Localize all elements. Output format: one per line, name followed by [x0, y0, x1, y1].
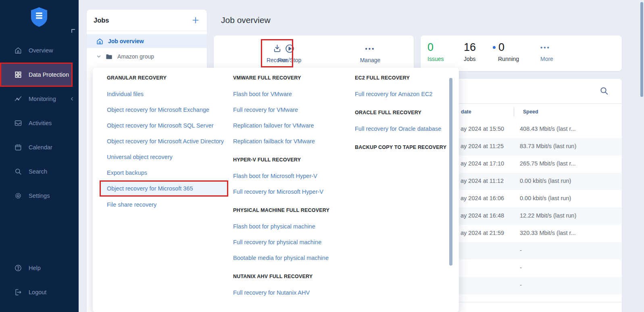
sidebar-collapse-corner-icon[interactable]	[71, 29, 75, 33]
cell-date: ay 2024 at 11:12	[461, 178, 504, 184]
stat-more-button[interactable]: ••• More	[540, 41, 553, 62]
cell-speed: 265.75 Mbit/s (last r...	[520, 160, 576, 167]
menu-section-title: NUTANIX AHV FULL RECOVERY	[233, 268, 354, 285]
sidebar-item-overview[interactable]: Overview	[0, 38, 79, 63]
stat-running[interactable]: 0 Running	[493, 41, 519, 62]
jobs-tree: Job overview Amazon group	[87, 31, 207, 63]
sidebar-item-data-protection[interactable]: Data Protection	[0, 63, 73, 87]
menu-item-bootable-media-physical[interactable]: Bootable media for physical machine	[233, 250, 354, 266]
search-icon	[14, 168, 23, 176]
sidebar-item-label: Monitoring	[29, 96, 56, 102]
chevron-down-icon[interactable]	[96, 54, 102, 59]
recover-label: Recover	[267, 57, 288, 63]
menu-item-replication-failover-vmware[interactable]: Replication failover for VMware	[233, 117, 354, 133]
recover-dropdown-menu: GRANULAR RECOVERY Individual files Objec…	[93, 68, 459, 312]
issues-value: 0	[427, 41, 444, 54]
home-icon	[96, 38, 104, 45]
recover-menu-column-1: GRANULAR RECOVERY Individual files Objec…	[107, 68, 240, 215]
menu-item-export-backups[interactable]: Export backups	[107, 165, 240, 180]
column-divider	[514, 108, 514, 117]
menu-item-full-recovery-ec2[interactable]: Full recovery for Amazon EC2	[355, 86, 456, 102]
sidebar-footer: Help Logout	[0, 256, 79, 304]
toolbar-card: Run/Stop Recover ••• Manage	[214, 36, 414, 71]
menu-item-individual-files[interactable]: Individual files	[107, 86, 240, 102]
menu-item-object-recovery-sql[interactable]: Object recovery for Microsoft SQL Server	[107, 117, 240, 133]
menu-section-title: GRANULAR RECOVERY	[107, 70, 240, 86]
ellipsis-icon: •••	[365, 44, 375, 54]
stat-jobs[interactable]: 16 Jobs	[464, 41, 476, 62]
ellipsis-icon: •••	[540, 41, 553, 54]
jobs-panel-title: Jobs	[94, 17, 109, 24]
issues-label: Issues	[427, 56, 444, 62]
running-dot-icon	[493, 46, 496, 49]
menu-item-flash-boot-physical[interactable]: Flash boot for physical machine	[233, 218, 354, 234]
sidebar-item-search[interactable]: Search	[0, 159, 79, 184]
menu-item-full-recovery-nutanix[interactable]: Full recovery for Nutanix AHV	[233, 285, 354, 300]
jobs-panel-header: Jobs	[87, 10, 207, 31]
menu-item-full-recovery-hyperv[interactable]: Full recovery for Microsoft Hyper-V	[233, 184, 354, 199]
menu-item-full-recovery-oracle[interactable]: Full recovery for Oracle database	[355, 121, 456, 136]
menu-item-flash-boot-vmware[interactable]: Flash boot for VMware	[233, 86, 354, 102]
grid-icon	[14, 71, 23, 79]
gear-icon	[14, 192, 23, 200]
sidebar-item-label: Logout	[29, 289, 46, 295]
jobs-value: 16	[464, 41, 476, 54]
cell-date: ay 2024 at 16:48	[461, 212, 504, 219]
cell-date: ay 2024 at 17:10	[461, 160, 504, 167]
menu-section-title: VMWARE FULL RECOVERY	[233, 70, 354, 86]
jobs-tree-item-amazon-group[interactable]: Amazon group	[87, 50, 207, 63]
menu-item-flash-boot-hyperv[interactable]: Flash boot for Microsoft Hyper-V	[233, 168, 354, 184]
sidebar-item-help[interactable]: Help	[0, 256, 79, 280]
menu-item-file-share-recovery[interactable]: File share recovery	[107, 197, 240, 212]
manage-label: Manage	[360, 57, 381, 63]
sidebar-item-activities[interactable]: Activities	[0, 111, 79, 135]
menu-section-title: EC2 FULL RECOVERY	[355, 70, 456, 86]
stats-card: 0 Issues 16 Jobs 0 Running ••• More	[421, 36, 622, 71]
home-icon	[14, 46, 23, 54]
sidebar: Overview Data Protection Monitoring	[0, 0, 79, 312]
menu-scrollbar-thumb[interactable]	[449, 78, 452, 266]
cell-date: ay 2024 at 11:25	[461, 143, 504, 149]
menu-item-object-recovery-ad[interactable]: Object recovery for Microsoft Active Dir…	[107, 133, 240, 149]
sidebar-item-calendar[interactable]: Calendar	[0, 135, 79, 159]
sidebar-item-label: Search	[29, 168, 47, 175]
monitoring-icon	[14, 95, 23, 103]
search-icon[interactable]	[599, 86, 609, 96]
column-header-speed[interactable]: Speed	[523, 109, 538, 115]
menu-item-universal-object-recovery[interactable]: Universal object recovery	[107, 149, 240, 165]
sidebar-item-logout[interactable]: Logout	[0, 280, 79, 304]
page-title: Job overview	[221, 15, 271, 25]
menu-item-object-recovery-m365[interactable]: Object recovery for Microsoft 365	[100, 180, 228, 197]
recover-menu-column-3: EC2 FULL RECOVERY Full recovery for Amaz…	[355, 68, 456, 158]
sidebar-item-label: Activities	[29, 120, 52, 126]
running-label: Running	[493, 56, 519, 62]
more-label: More	[540, 56, 553, 62]
menu-item-object-recovery-exchange[interactable]: Object recovery for Microsoft Exchange	[107, 102, 240, 117]
jobs-tree-item-label: Job overview	[108, 38, 144, 44]
page-scrollbar-thumb[interactable]	[640, 2, 643, 97]
jobs-tree-item-job-overview[interactable]: Job overview	[87, 34, 207, 48]
jobs-label: Jobs	[464, 56, 476, 62]
jobs-tree-item-label: Amazon group	[117, 53, 154, 60]
chevron-left-icon[interactable]	[69, 96, 75, 102]
sidebar-item-monitoring[interactable]: Monitoring	[0, 87, 79, 111]
stat-issues[interactable]: 0 Issues	[427, 41, 444, 62]
running-value: 0	[498, 41, 504, 54]
cell-speed: 12.22 Mbit/s (last run)	[520, 212, 576, 219]
cell-speed: 320.33 Mbit/s (last r...	[520, 230, 576, 236]
cell-date: ay 2024 at 15:50	[461, 126, 504, 132]
manage-button[interactable]: ••• Manage	[354, 39, 386, 67]
add-job-button[interactable]	[192, 16, 200, 24]
column-header-date[interactable]: date	[461, 109, 471, 115]
menu-section-title: PHYSICAL MACHINE FULL RECOVERY	[233, 202, 354, 218]
sidebar-item-label: Settings	[29, 193, 50, 199]
sidebar-item-settings[interactable]: Settings	[0, 184, 79, 208]
menu-item-full-recovery-physical[interactable]: Full recovery for physical machine	[233, 234, 354, 250]
recover-button[interactable]: Recover	[261, 39, 293, 67]
sidebar-nav: Overview Data Protection Monitoring	[0, 38, 79, 208]
cell-speed: 0.00 kbit/s (last run)	[520, 178, 571, 184]
menu-item-replication-failback-vmware[interactable]: Replication failback for VMware	[233, 133, 354, 149]
sidebar-item-label: Overview	[29, 47, 53, 54]
menu-item-full-recovery-vmware[interactable]: Full recovery for VMware	[233, 102, 354, 117]
cell-speed: -	[520, 282, 522, 288]
